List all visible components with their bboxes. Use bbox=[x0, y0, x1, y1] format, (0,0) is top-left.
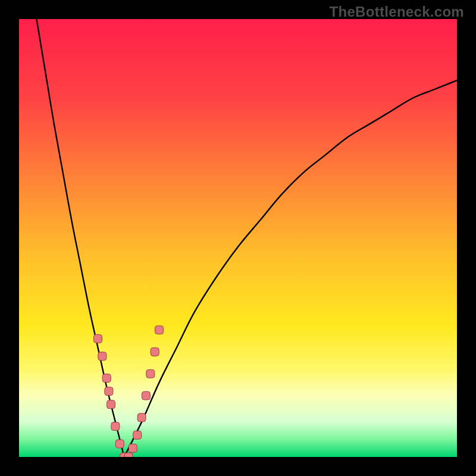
chart-frame: TheBottleneck.com bbox=[0, 0, 476, 476]
curve-layer bbox=[19, 19, 457, 457]
sample-marker bbox=[105, 387, 113, 396]
sample-marker bbox=[142, 392, 150, 400]
watermark-text: TheBottleneck.com bbox=[330, 4, 464, 20]
sample-marker bbox=[115, 440, 124, 448]
sample-marker bbox=[107, 400, 115, 409]
sample-marker bbox=[111, 422, 120, 430]
sample-marker bbox=[93, 334, 102, 343]
sample-marker bbox=[102, 374, 111, 383]
sample-markers bbox=[93, 326, 163, 457]
plot-area bbox=[19, 19, 457, 457]
sample-marker bbox=[151, 347, 159, 356]
sample-marker bbox=[129, 444, 137, 452]
sample-marker bbox=[155, 326, 164, 334]
sample-marker bbox=[124, 453, 133, 457]
sample-marker bbox=[146, 369, 155, 378]
sample-marker bbox=[137, 414, 146, 422]
v-curve-right bbox=[124, 80, 457, 457]
sample-marker bbox=[133, 431, 142, 439]
sample-marker bbox=[98, 352, 107, 361]
